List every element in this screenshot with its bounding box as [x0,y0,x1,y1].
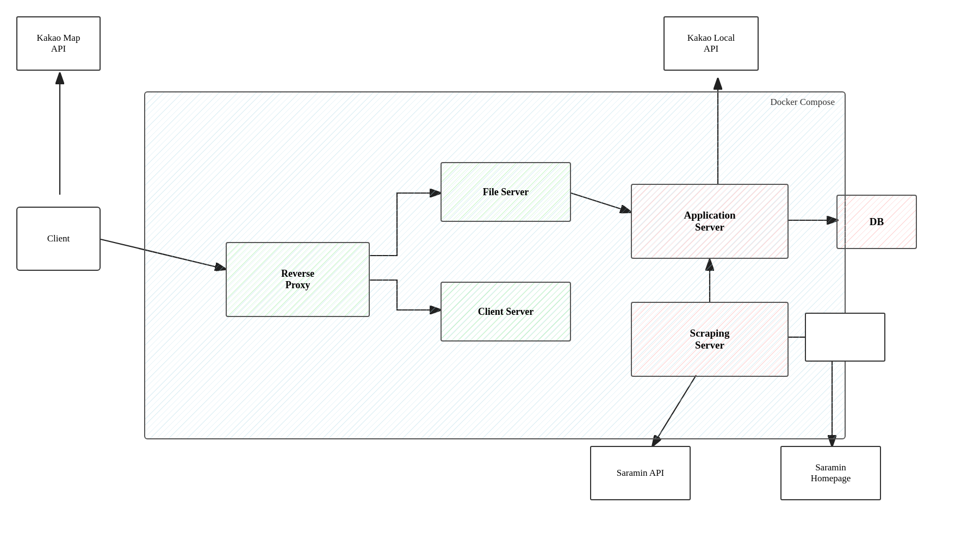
diagram: Kakao MapAPI Client Kakao LocalAPI Docke… [0,0,980,534]
reverse-proxy-box: ReverseProxy [226,242,370,317]
db-box: DB [836,195,917,249]
scraping-server-label: ScrapingServer [690,327,730,351]
docker-compose-label: Docker Compose [770,97,835,108]
client-server-box: Client Server [441,282,571,341]
side-box [805,313,885,362]
file-server-label: File Server [483,187,529,198]
saramin-homepage-label: SaraminHomepage [811,462,851,484]
kakao-map-api-label: Kakao MapAPI [37,33,80,54]
kakao-local-api-box: Kakao LocalAPI [663,16,759,71]
client-label: Client [47,233,70,244]
file-server-box: File Server [441,162,571,222]
saramin-homepage-box: SaraminHomepage [780,446,881,500]
kakao-map-api-box: Kakao MapAPI [16,16,101,71]
reverse-proxy-label: ReverseProxy [281,268,314,291]
scraping-server-box: ScrapingServer [631,302,789,377]
kakao-local-api-label: Kakao LocalAPI [687,33,735,54]
client-box: Client [16,207,101,271]
db-label: DB [870,216,884,228]
application-server-label: ApplicationServer [684,209,735,233]
saramin-api-box: Saramin API [590,446,691,500]
application-server-box: ApplicationServer [631,184,789,259]
client-server-label: Client Server [478,306,534,318]
saramin-api-label: Saramin API [617,468,664,479]
